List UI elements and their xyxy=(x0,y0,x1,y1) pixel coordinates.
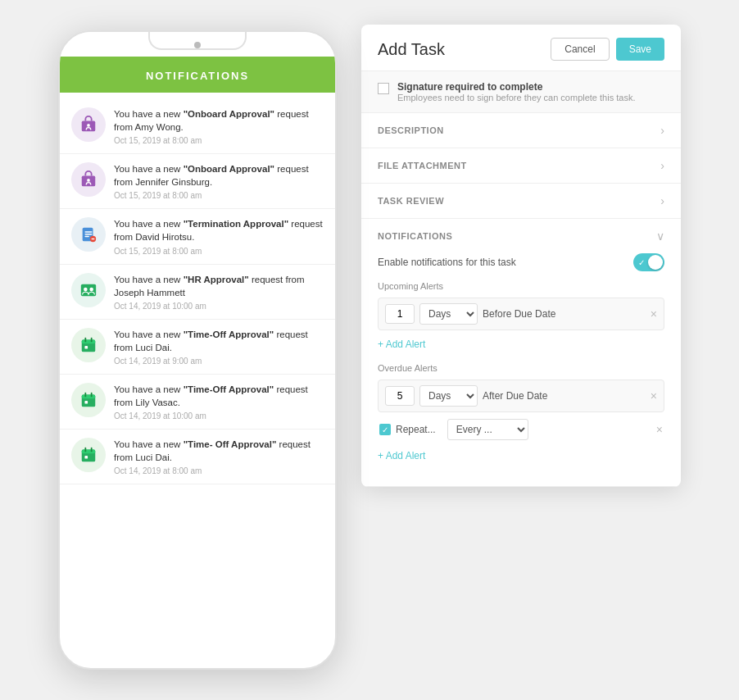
notification-message: You have a new "Termination Approval" re… xyxy=(114,217,324,243)
toggle-check-icon: ✓ xyxy=(638,258,645,267)
list-item: You have a new "Termination Approval" re… xyxy=(60,209,335,264)
task-title: Add Task xyxy=(378,40,445,59)
notification-time: Oct 14, 2019 at 10:00 am xyxy=(114,302,324,311)
notifications-section: NOTIFICATIONS ∨ Enable notifications for… xyxy=(361,219,681,487)
notification-time: Oct 15, 2019 at 8:00 am xyxy=(114,247,324,256)
repeat-label: Repeat... xyxy=(396,424,436,435)
list-item: You have a new "Onboard Approval" reques… xyxy=(60,99,335,154)
save-button[interactable]: Save xyxy=(616,38,664,61)
section-file-attachment-label: FILE ATTACHMENT xyxy=(378,161,467,170)
repeat-checkbox[interactable]: ✓ xyxy=(379,424,391,435)
svg-rect-20 xyxy=(84,393,86,398)
phone-device: NOTIFICATIONS You have a new "Onboard Ap… xyxy=(58,30,337,670)
svg-rect-26 xyxy=(91,448,93,452)
notification-icon xyxy=(71,162,106,197)
notification-text: You have a new "HR Approval" request fro… xyxy=(114,273,324,311)
list-item: You have a new "Time- Off Approval" requ… xyxy=(60,430,335,484)
task-header-buttons: Cancel Save xyxy=(551,38,664,61)
notification-message: You have a new "Onboard Approval" reques… xyxy=(114,107,324,134)
overdue-alert-close-icon[interactable]: × xyxy=(651,389,657,402)
notifications-toggle[interactable]: ✓ xyxy=(633,253,664,271)
list-item: You have a new "Time-Off Approval" reque… xyxy=(60,320,335,375)
svg-rect-16 xyxy=(91,338,93,343)
overdue-alert-num-input[interactable] xyxy=(385,386,415,406)
add-overdue-alert-button[interactable]: + Add Alert xyxy=(378,448,425,463)
list-item: You have a new "HR Approval" request fro… xyxy=(60,265,335,320)
notification-time: Oct 14, 2019 at 8:00 am xyxy=(114,466,324,475)
svg-rect-19 xyxy=(82,395,96,399)
svg-rect-5 xyxy=(84,232,92,233)
phone-speaker xyxy=(194,42,201,48)
section-file-attachment[interactable]: FILE ATTACHMENT › xyxy=(361,148,681,184)
signature-row: Signature required to complete Employees… xyxy=(361,71,681,113)
overdue-alert-unit-select[interactable]: Days Hours Weeks xyxy=(419,385,478,407)
notifications-section-header[interactable]: NOTIFICATIONS ∨ xyxy=(361,219,681,253)
upcoming-alert-close-icon[interactable]: × xyxy=(651,307,657,320)
notification-icon xyxy=(71,217,106,252)
section-description[interactable]: DESCRIPTION › xyxy=(361,113,681,148)
svg-point-3 xyxy=(87,179,90,182)
notification-message: You have a new "HR Approval" request fro… xyxy=(114,273,324,299)
section-task-review[interactable]: TASK REVIEW › xyxy=(361,184,681,219)
upcoming-alert-num-input[interactable] xyxy=(385,304,415,324)
notification-message: You have a new "Time-Off Approval" reque… xyxy=(114,328,324,354)
toggle-knob xyxy=(648,255,663,270)
notification-time: Oct 14, 2019 at 10:00 am xyxy=(114,411,324,420)
notification-icon xyxy=(71,107,106,142)
overdue-alerts-section: Overdue Alerts Days Hours Weeks After Du… xyxy=(378,363,664,440)
upcoming-alerts-label: Upcoming Alerts xyxy=(378,281,664,291)
svg-rect-25 xyxy=(84,448,86,452)
overdue-alert-when: After Due Date xyxy=(483,390,646,402)
add-upcoming-alert-button[interactable]: + Add Alert xyxy=(378,337,425,352)
overdue-alert-row: Days Hours Weeks After Due Date × xyxy=(378,380,664,412)
notification-time: Oct 14, 2019 at 9:00 am xyxy=(114,357,324,366)
svg-point-12 xyxy=(89,287,93,291)
enable-notifications-label: Enable notifications for this task xyxy=(378,257,516,268)
chevron-right-icon: › xyxy=(660,194,664,207)
repeat-close-icon[interactable]: × xyxy=(656,423,663,436)
notification-text: You have a new "Time-Off Approval" reque… xyxy=(114,383,324,420)
notification-icon xyxy=(71,383,106,417)
repeat-frequency-select[interactable]: Every ... Every Day Every Week xyxy=(447,419,528,440)
notification-message: You have a new "Time- Off Approval" requ… xyxy=(114,438,324,464)
upcoming-alert-row: Days Hours Weeks Before Due Date × xyxy=(378,298,664,330)
notification-time: Oct 15, 2019 at 8:00 am xyxy=(114,191,324,200)
svg-rect-27 xyxy=(84,456,88,459)
upcoming-alert-when: Before Due Date xyxy=(483,308,646,320)
notification-icon xyxy=(71,273,106,307)
cancel-button[interactable]: Cancel xyxy=(551,38,609,61)
phone-notification-list: You have a new "Onboard Approval" reques… xyxy=(60,93,335,668)
signature-description: Employees need to sign before they can c… xyxy=(397,93,635,102)
overdue-alerts-label: Overdue Alerts xyxy=(378,363,664,373)
svg-rect-17 xyxy=(84,346,88,349)
phone-header: NOTIFICATIONS xyxy=(60,57,335,93)
notifications-body: Enable notifications for this task ✓ Upc… xyxy=(361,253,681,486)
signature-title: Signature required to complete xyxy=(397,81,635,93)
svg-rect-24 xyxy=(82,450,96,454)
svg-rect-14 xyxy=(82,339,96,343)
svg-rect-22 xyxy=(84,401,88,404)
notification-text: You have a new "Time-Off Approval" reque… xyxy=(114,328,324,366)
svg-rect-15 xyxy=(84,338,86,343)
signature-text: Signature required to complete Employees… xyxy=(397,81,635,102)
task-panel: Add Task Cancel Save Signature required … xyxy=(361,25,681,487)
phone-notch-area xyxy=(60,32,335,57)
phone-header-title: NOTIFICATIONS xyxy=(146,70,249,82)
chevron-right-icon: › xyxy=(660,159,664,172)
notification-text: You have a new "Termination Approval" re… xyxy=(114,217,324,255)
section-description-label: DESCRIPTION xyxy=(378,125,444,135)
signature-checkbox[interactable] xyxy=(378,83,389,94)
svg-rect-6 xyxy=(84,234,92,234)
repeat-row: ✓ Repeat... Every ... Every Day Every We… xyxy=(378,419,664,440)
enable-notifications-row: Enable notifications for this task ✓ xyxy=(378,253,664,271)
notification-icon xyxy=(71,438,106,472)
upcoming-alert-unit-select[interactable]: Days Hours Weeks xyxy=(419,303,478,325)
svg-point-1 xyxy=(87,124,90,127)
notification-text: You have a new "Onboard Approval" reques… xyxy=(114,107,324,145)
notification-message: You have a new "Onboard Approval" reques… xyxy=(114,162,324,189)
notification-message: You have a new "Time-Off Approval" reque… xyxy=(114,383,324,409)
notification-text: You have a new "Time- Off Approval" requ… xyxy=(114,438,324,475)
svg-point-11 xyxy=(84,287,88,291)
chevron-down-icon: ∨ xyxy=(656,230,664,243)
notifications-section-label: NOTIFICATIONS xyxy=(378,231,452,241)
